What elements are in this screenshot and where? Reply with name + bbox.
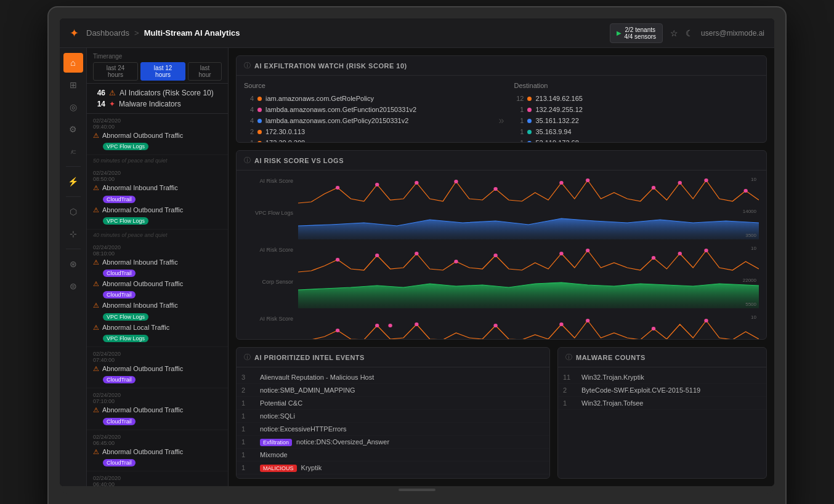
chart-area-corp: 22000 5500: [298, 276, 759, 308]
malware-indicator-icon: ✦: [109, 100, 115, 108]
table-row: 1Potential C&C: [237, 397, 549, 410]
exfiltration-header: ⓘ AI EXFILTRATION WATCH (Risk Score 10): [237, 56, 766, 76]
warn-icon: ⚠: [93, 406, 99, 414]
warn-icon: ⚠: [93, 280, 99, 288]
event-item[interactable]: 02/24/202007:10:00 ⚠ Abnormal Outbound T…: [87, 388, 228, 430]
dest-dot: [527, 141, 532, 143]
risk-score-header: ⓘ AI RISK SCORE VS LOGS: [237, 151, 766, 170]
sidebar-item-activity[interactable]: ⚡: [63, 172, 83, 191]
risk-chart-svg-1: [298, 175, 759, 207]
info-icon: ⓘ: [565, 353, 572, 362]
chart-label-risk-2: AI Risk Score: [244, 244, 293, 253]
event-tag: CloudTrail: [103, 459, 136, 466]
malware-table: 11Win32.Trojan.Kryptik 2ByteCode-SWF.Exp…: [558, 371, 766, 410]
sidebar-item-grid[interactable]: ⊞: [63, 75, 83, 95]
svg-point-18: [586, 249, 589, 252]
sidebar-item-shield[interactable]: ⬡: [63, 202, 83, 222]
chart-label-risk: AI Risk Score: [244, 175, 293, 184]
sidebar-item-location[interactable]: ◎: [63, 97, 83, 117]
breadcrumb-parent[interactable]: Dashboards: [86, 28, 129, 38]
timerange-1h[interactable]: last hour: [188, 62, 222, 81]
timerange-buttons: last 24 hours last 12 hours last hour: [93, 62, 222, 81]
event-date: 02/24/202007:40:00: [93, 351, 222, 363]
warn-icon: ⚠: [93, 324, 99, 332]
event-item[interactable]: 02/24/202006:45:00 ⚠ Abnormal Outbound T…: [87, 430, 228, 471]
chart-area-risk-1: 10: [298, 175, 759, 207]
tenant-label: 2/2 tenants 4/4 sensors: [624, 26, 656, 40]
info-icon: ⓘ: [244, 156, 251, 165]
sidebar-item-user[interactable]: ⊜: [63, 276, 83, 296]
timerange-label: Timerange: [93, 53, 222, 60]
warn-icon: ⚠: [93, 258, 99, 266]
svg-point-9: [704, 178, 708, 182]
malware-header: ⓘ MALWARE COUNTS: [558, 348, 766, 367]
scale-risk2-top: 10: [751, 246, 756, 251]
ai-indicator-count: 46: [93, 89, 105, 97]
sidebar-item-users[interactable]: ⊛: [63, 254, 83, 274]
sidebar-item-home[interactable]: ⌂: [63, 53, 83, 73]
svg-point-7: [652, 186, 655, 190]
intel-panel: ⓘ AI PRIORITIZED INTEL EVENTS 3Alienvaul…: [236, 347, 550, 479]
event-tag: CloudTrail: [103, 270, 136, 277]
svg-point-29: [586, 319, 589, 322]
warn-icon: ⚠: [93, 184, 99, 192]
sidebar-divider-1: [66, 166, 81, 167]
main-layout: ⌂ ⊞ ◎ ⚙ ⟈ ⚡ ⬡ ⊹ ⊛ ⊜ Timera: [60, 48, 774, 486]
event-title: Abnormal Outbound Traffic: [102, 406, 183, 414]
event-tag: VPC Flow Logs: [103, 143, 148, 150]
breadcrumb: Dashboards > Multi-Stream AI Analytics: [86, 28, 240, 38]
exfil-tag: Exfiltration: [260, 439, 292, 446]
svg-point-30: [652, 327, 655, 330]
malware-table-container: 11Win32.Trojan.Kryptik 2ByteCode-SWF.Exp…: [558, 367, 766, 414]
svg-point-15: [454, 260, 458, 263]
event-tag: CloudTrail: [103, 291, 136, 298]
event-item[interactable]: 02/24/202008:50:00 ⚠ Abnormal Inbound Tr…: [87, 166, 228, 230]
dest-dot: [527, 97, 532, 101]
event-item[interactable]: 02/24/202006:40:00 ⚠ Abnormal Outbound T…: [87, 471, 228, 486]
indicators-summary: 46 ⚠ AI Indicators (Risk Score 10) 14 ✦ …: [87, 84, 228, 114]
malware-indicator-label: Malware Indicators: [119, 100, 181, 108]
event-title: Abnormal Inbound Traffic: [102, 258, 178, 266]
event-row: ⚠ Abnormal Outbound Traffic: [93, 131, 222, 140]
chart-area-vpc: 14000 3500: [298, 207, 759, 239]
chart-area-risk-3: 10 • • • •: [298, 313, 759, 340]
svg-point-10: [743, 189, 747, 193]
chart-label-vpc: VPC Flow Logs: [244, 207, 293, 216]
tenant-button[interactable]: ▶ 2/2 tenants 4/4 sensors: [610, 23, 663, 43]
timerange-24h[interactable]: last 24 hours: [93, 62, 138, 81]
table-row: 3Alienvault Reputation - Malicious Host: [237, 371, 549, 384]
theme-icon[interactable]: ☾: [686, 28, 694, 38]
timerange-12h[interactable]: last 12 hours: [140, 62, 185, 81]
table-row: 1Exfiltration notice:DNS:Oversized_Answe…: [237, 436, 549, 449]
exfil-dest-row: 1 132.249.255.12: [514, 104, 759, 115]
exfil-dest-row: 12 213.149.62.165: [514, 93, 759, 104]
logo-icon: ✦: [70, 26, 79, 40]
event-tag: CloudTrail: [103, 196, 136, 203]
sidebar-item-filter[interactable]: ⊹: [63, 224, 83, 244]
exfil-source-row: 4 iam.amazonaws.com.GetRolePolicy: [244, 93, 489, 104]
table-row: 1Mixmode: [237, 449, 549, 462]
peace-quiet: 40 minutes of peace and quiet: [87, 230, 228, 241]
exfil-dest-col: Destination 12 213.149.62.165 1 132.249: [514, 82, 759, 143]
event-item[interactable]: 02/24/202008:10:00 ⚠ Abnormal Inbound Tr…: [87, 241, 228, 347]
dest-dot: [527, 119, 532, 123]
exfil-dest-row: 1 35.163.9.94: [514, 126, 759, 137]
svg-point-8: [678, 181, 682, 185]
dest-dot: [527, 108, 532, 112]
event-title: Abnormal Outbound Traffic: [102, 364, 183, 373]
user-text: users@mixmode.ai: [701, 29, 764, 38]
chart-label-risk-3: AI Risk Score: [244, 313, 293, 322]
sidebar-item-settings[interactable]: ⚙: [63, 119, 83, 139]
svg-point-24: [375, 324, 379, 327]
event-row: ⚠ Abnormal Inbound Traffic: [93, 183, 222, 192]
event-title: Abnormal Inbound Traffic: [102, 301, 178, 310]
event-item[interactable]: 02/24/202009:40:00 ⚠ Abnormal Outbound T…: [87, 114, 228, 155]
warn-icon: ⚠: [93, 132, 99, 140]
event-item[interactable]: 02/24/202007:40:00 ⚠ Abnormal Outbound T…: [87, 347, 228, 388]
event-title: Abnormal Outbound Traffic: [102, 206, 183, 214]
sidebar-item-chart[interactable]: ⟈: [63, 142, 83, 161]
info-icon: ⓘ: [244, 353, 251, 362]
source-dot: [257, 119, 262, 123]
exfil-source-header: Source: [244, 82, 489, 89]
star-icon[interactable]: ☆: [670, 28, 678, 38]
